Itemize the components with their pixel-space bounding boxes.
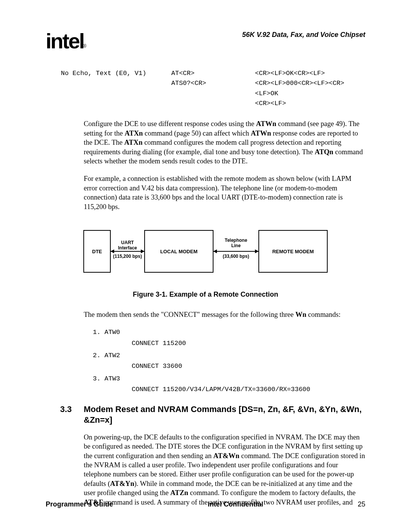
command-atxn: ATXn [124, 129, 143, 137]
text: command (page 50) can affect which [143, 129, 251, 137]
text: command. To configure the modem to facto… [188, 489, 356, 497]
list-item: 1. ATW0 [93, 328, 365, 337]
connect-examples-list: 1. ATW0 CONNECT 115200 2. ATW2 CONNECT 3… [93, 328, 365, 395]
uart-label-1: UART [121, 240, 134, 245]
at-command: AT<CR> [171, 69, 255, 78]
section-heading: 3.3 Modem Reset and NVRAM Commands [DS=n… [46, 404, 365, 426]
connect-response: CONNECT 115200 [132, 339, 365, 348]
paragraph-atwn: Configure the DCE to use different respo… [84, 119, 365, 166]
text: Configure the DCE to use different respo… [84, 120, 256, 128]
tel-label-1: Telephone [225, 238, 247, 243]
text: commands: [306, 311, 341, 318]
uart-label-2: Interface [118, 245, 137, 251]
command-atwn: ATWn [256, 120, 276, 128]
paragraph-nvram: On powering-up, the DCE defaults to the … [84, 433, 365, 507]
footer-left: Programmer's Guide [46, 500, 113, 508]
echo-mode-label: No Echo, Text (E0, V1) [61, 69, 171, 78]
command-atwn: ATWn [251, 129, 271, 137]
tel-label-3: (33,600 bps) [223, 254, 249, 259]
connection-diagram: DTE UART Interface (115,200 bps) LOCAL M… [46, 223, 365, 280]
page-header: intel® 56K V.92 Data, Fax, and Voice Chi… [46, 29, 365, 53]
empty-cell [61, 99, 171, 109]
list-item: 2. ATW2 [93, 351, 365, 361]
list-item: 3. ATW3 [93, 374, 365, 384]
remote-modem-label: REMOTE MODEM [272, 249, 314, 254]
command-atzn: ATZn [170, 489, 188, 497]
page-footer: Programmer's Guide Intel Confidential 25 [46, 500, 365, 508]
tel-label-2: Line [231, 243, 241, 248]
at-command: ATS0?<CR> [171, 78, 255, 99]
registered-mark: ® [83, 43, 85, 49]
empty-cell [61, 78, 171, 99]
uart-label-3: (115,200 bps) [113, 254, 142, 259]
figure-caption: Figure 3-1. Example of a Remote Connecti… [46, 291, 365, 299]
svg-marker-2 [110, 249, 114, 253]
document-title: 56K V.92 Data, Fax, and Voice Chipset [242, 31, 365, 39]
connect-response: CONNECT 33600 [132, 361, 365, 371]
connect-response: CONNECT 115200/V34/LAPM/V42B/TX=33600/RX… [132, 385, 365, 395]
section-number: 3.3 [60, 404, 84, 426]
logo-text: intel [46, 29, 84, 53]
footer-page-number: 25 [358, 500, 365, 508]
at-response: <CR><LF>000<CR><LF><CR><LF>OK [255, 78, 365, 99]
command-atqn: ATQn [315, 148, 333, 156]
text: The modem then sends the "CONNECT" messa… [84, 311, 295, 318]
section-title: Modem Reset and NVRAM Commands [DS=n, Zn… [84, 404, 365, 426]
svg-marker-3 [141, 249, 145, 253]
at-response: <CR><LF> [255, 99, 365, 109]
at-response: <CR><LF>OK<CR><LF> [255, 69, 365, 78]
footer-center: Intel Confidential [208, 500, 263, 508]
table-row: <CR><LF> [61, 99, 365, 109]
command-atwn2: AT&Wn [213, 452, 240, 460]
empty-cell [171, 99, 255, 109]
intel-logo: intel® [46, 29, 86, 53]
svg-marker-6 [213, 249, 217, 253]
command-wn: Wn [295, 311, 306, 318]
paragraph-connect-intro: The modem then sends the "CONNECT" messa… [84, 310, 365, 319]
response-code-table: No Echo, Text (E0, V1) AT<CR> <CR><LF>OK… [61, 69, 365, 109]
table-row: No Echo, Text (E0, V1) AT<CR> <CR><LF>OK… [61, 69, 365, 78]
command-atyn: AT&Yn [110, 480, 134, 487]
table-row: ATS0?<CR> <CR><LF>000<CR><LF><CR><LF>OK [61, 78, 365, 99]
svg-marker-7 [255, 249, 259, 253]
paragraph-example: For example, a connection is established… [84, 174, 365, 211]
local-modem-label: LOCAL MODEM [160, 249, 198, 254]
dte-label: DTE [92, 249, 102, 254]
command-atxn: ATXn [124, 139, 143, 146]
